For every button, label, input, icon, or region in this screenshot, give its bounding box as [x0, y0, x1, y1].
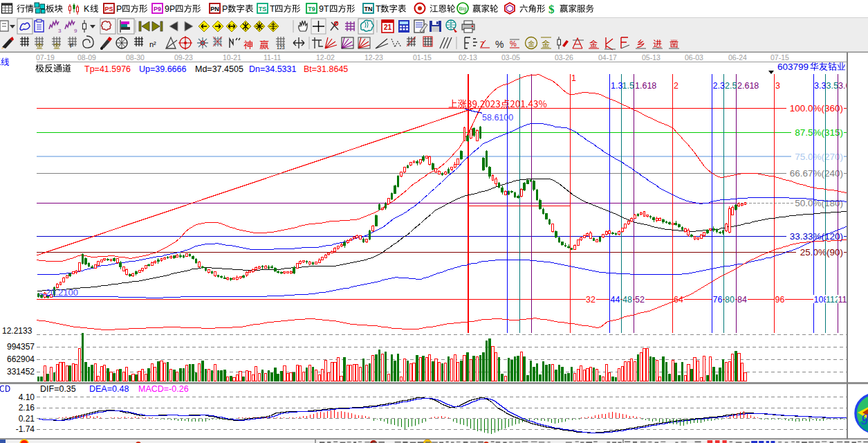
svg-text:TN: TN — [364, 6, 373, 12]
svg-text:2.3: 2.3 — [713, 81, 725, 91]
svg-text:03-05: 03-05 — [501, 53, 520, 62]
svg-text:Big: Big — [459, 6, 467, 12]
svg-text:96: 96 — [775, 295, 785, 305]
svg-text:PS: PS — [104, 6, 113, 12]
svg-text:T: T — [270, 4, 275, 14]
svg-text:P: P — [222, 4, 228, 14]
svg-text:09-23: 09-23 — [174, 53, 193, 62]
svg-text:DEA=0.48: DEA=0.48 — [89, 384, 129, 394]
svg-text:2.618: 2.618 — [737, 81, 759, 91]
svg-text:44: 44 — [611, 295, 620, 305]
svg-text:9: 9 — [74, 28, 77, 34]
svg-text:1.5: 1.5 — [622, 81, 634, 91]
svg-text:03-26: 03-26 — [555, 53, 573, 62]
svg-text:%: % — [510, 39, 517, 48]
svg-text:02-13: 02-13 — [459, 53, 477, 62]
svg-text:2: 2 — [674, 81, 678, 91]
svg-text:06-03: 06-03 — [685, 53, 703, 62]
svg-text:Bt=31.8645: Bt=31.8645 — [304, 64, 348, 74]
svg-text:12-02: 12-02 — [316, 53, 335, 62]
svg-text:3.3: 3.3 — [814, 81, 826, 91]
svg-text:07-19: 07-19 — [36, 53, 55, 62]
svg-text:20.2100: 20.2100 — [46, 287, 78, 298]
svg-text:g: g — [862, 408, 868, 424]
svg-text:58.6100: 58.6100 — [482, 113, 513, 123]
svg-text:Up=39.6666: Up=39.6666 — [139, 64, 187, 74]
svg-text:1.3: 1.3 — [611, 81, 622, 91]
svg-text:994357: 994357 — [7, 342, 35, 352]
svg-text:12.2133: 12.2133 — [2, 326, 33, 336]
svg-text:84: 84 — [737, 295, 747, 305]
svg-text:3: 3 — [775, 81, 780, 91]
svg-text:48: 48 — [622, 295, 632, 305]
svg-text:-1.74: -1.74 — [16, 424, 35, 434]
svg-text:100.0%(360): 100.0%(360) — [790, 103, 843, 114]
svg-text:75.0%(270): 75.0%(270) — [795, 152, 843, 162]
svg-text:0.21: 0.21 — [19, 414, 35, 424]
svg-text:01-15: 01-15 — [413, 53, 432, 62]
svg-text:33.33%(120): 33.33%(120) — [790, 231, 843, 242]
svg-text:T9: T9 — [308, 6, 315, 12]
svg-text:TS: TS — [259, 6, 267, 12]
svg-text:76: 76 — [713, 295, 723, 305]
svg-text:Dn=34.5331: Dn=34.5331 — [249, 64, 297, 74]
svg-text:07-15: 07-15 — [770, 53, 789, 62]
svg-text:DIF=0.35: DIF=0.35 — [40, 384, 76, 394]
svg-text:n²: n² — [149, 40, 156, 48]
svg-text:P: P — [116, 4, 122, 14]
svg-text:08-30: 08-30 — [126, 53, 145, 62]
svg-text:F: F — [70, 42, 74, 49]
svg-text:662904: 662904 — [7, 354, 35, 364]
svg-text:50.0%(180): 50.0%(180) — [795, 198, 843, 208]
svg-text:04-17: 04-17 — [598, 53, 617, 62]
svg-text:MACD=-0.26: MACD=-0.26 — [138, 384, 189, 394]
svg-text:K: K — [84, 4, 90, 14]
svg-text:12-23: 12-23 — [364, 53, 383, 62]
svg-text:9P: 9P — [165, 4, 175, 14]
svg-text:123: 123 — [277, 45, 285, 50]
svg-text:9T: 9T — [319, 4, 329, 14]
svg-text:1: 1 — [571, 73, 576, 83]
svg-text:331452: 331452 — [7, 367, 35, 377]
svg-text:87.5%(315): 87.5%(315) — [795, 127, 843, 138]
svg-text:11-11: 11-11 — [264, 53, 281, 62]
svg-text:Tp=41.5976: Tp=41.5976 — [84, 64, 131, 74]
svg-text:1.618: 1.618 — [635, 81, 656, 91]
svg-text:P9: P9 — [154, 6, 161, 12]
svg-text:25.0%(90): 25.0%(90) — [800, 247, 843, 257]
svg-text:3.5: 3.5 — [827, 81, 838, 91]
svg-text:80: 80 — [725, 295, 735, 305]
svg-text:10-21: 10-21 — [223, 53, 241, 62]
svg-text:7: 7 — [480, 40, 484, 48]
svg-text:T: T — [376, 4, 381, 14]
svg-text:21: 21 — [384, 24, 392, 31]
svg-text:PN: PN — [210, 6, 219, 12]
svg-text:2.16: 2.16 — [19, 403, 35, 413]
svg-text:2.5: 2.5 — [725, 81, 737, 91]
svg-text:$: $ — [548, 3, 555, 16]
svg-text:52: 52 — [635, 295, 645, 305]
svg-text:Md=37.4505: Md=37.4505 — [195, 64, 243, 74]
svg-text:3: 3 — [58, 28, 62, 34]
svg-text:32: 32 — [586, 295, 595, 305]
svg-text:06-24: 06-24 — [728, 53, 747, 62]
svg-text:05-13: 05-13 — [642, 53, 661, 62]
svg-text:08-09: 08-09 — [77, 53, 96, 62]
svg-text:%: % — [495, 39, 504, 50]
svg-text:66.67%(240): 66.67%(240) — [790, 168, 843, 179]
svg-text:603799: 603799 — [777, 62, 809, 72]
svg-text:4.10: 4.10 — [19, 392, 35, 402]
